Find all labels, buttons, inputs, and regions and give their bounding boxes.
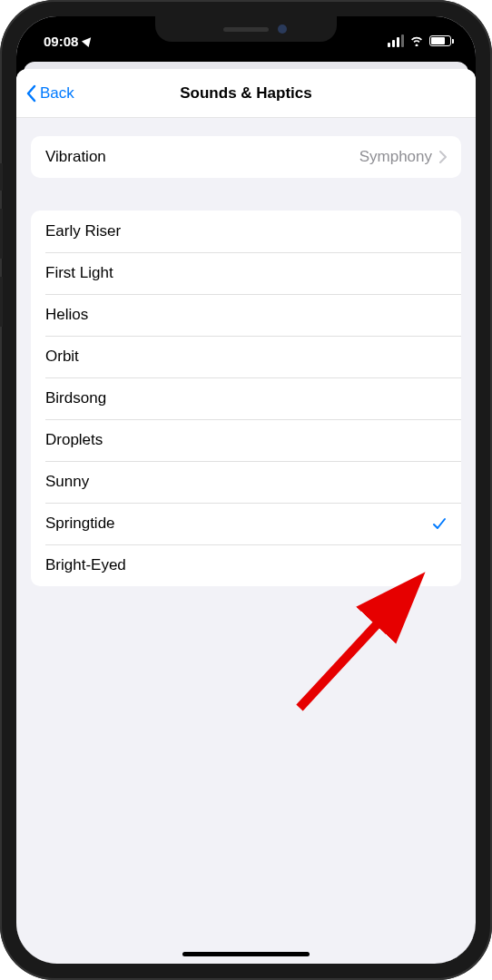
volume-down bbox=[0, 277, 3, 327]
battery-icon bbox=[429, 35, 454, 46]
row-right bbox=[432, 516, 447, 531]
row-label: First Light bbox=[45, 264, 113, 282]
status-right bbox=[388, 34, 454, 49]
back-label: Back bbox=[40, 84, 74, 103]
sound-row[interactable]: Bright-Eyed bbox=[31, 544, 461, 586]
sound-row[interactable]: Sunny bbox=[31, 461, 461, 503]
notch bbox=[155, 16, 337, 42]
chevron-left-icon bbox=[25, 84, 36, 103]
row-label: Helios bbox=[45, 306, 88, 324]
row-label: Springtide bbox=[45, 514, 115, 533]
speaker bbox=[223, 27, 269, 32]
location-icon bbox=[82, 34, 94, 47]
back-button[interactable]: Back bbox=[25, 84, 74, 103]
front-camera bbox=[278, 24, 287, 34]
scroll-content[interactable]: Vibration Symphony Early RiserFirst Ligh… bbox=[16, 118, 476, 604]
row-label: Bright-Eyed bbox=[45, 556, 126, 574]
vibration-row[interactable]: Vibration Symphony bbox=[31, 136, 461, 178]
row-label: Sunny bbox=[45, 473, 89, 491]
sound-row[interactable]: Droplets bbox=[31, 419, 461, 461]
row-label: Droplets bbox=[45, 431, 103, 449]
checkmark-icon bbox=[432, 516, 447, 531]
sound-row[interactable]: Early Riser bbox=[31, 211, 461, 252]
clock: 09:08 bbox=[44, 34, 78, 49]
sound-row[interactable]: Springtide bbox=[31, 503, 461, 544]
row-label: Orbit bbox=[45, 348, 79, 366]
side-buttons bbox=[0, 163, 3, 345]
home-indicator[interactable] bbox=[182, 952, 310, 956]
row-right: Symphony bbox=[359, 148, 447, 166]
sounds-group: Early RiserFirst LightHeliosOrbitBirdson… bbox=[31, 211, 461, 586]
sound-row[interactable]: Orbit bbox=[31, 336, 461, 377]
content-area: Back Sounds & Haptics Vibration Symphony bbox=[16, 56, 476, 964]
navigation-bar: Back Sounds & Haptics bbox=[16, 69, 476, 118]
row-label: Birdsong bbox=[45, 389, 106, 407]
chevron-right-icon bbox=[439, 151, 447, 163]
sheet: Back Sounds & Haptics Vibration Symphony bbox=[16, 69, 476, 964]
mute-switch bbox=[0, 163, 3, 191]
row-label: Vibration bbox=[45, 148, 106, 166]
wifi-icon bbox=[409, 34, 424, 49]
screen: 09:08 bbox=[16, 16, 476, 964]
row-value: Symphony bbox=[359, 148, 432, 166]
row-label: Early Riser bbox=[45, 222, 121, 240]
sound-row[interactable]: First Light bbox=[31, 252, 461, 294]
status-left: 09:08 bbox=[44, 34, 93, 49]
cellular-signal-icon bbox=[388, 34, 404, 47]
page-title: Sounds & Haptics bbox=[180, 84, 311, 103]
volume-up bbox=[0, 209, 3, 259]
sound-row[interactable]: Helios bbox=[31, 294, 461, 336]
sound-row[interactable]: Birdsong bbox=[31, 377, 461, 419]
vibration-group: Vibration Symphony bbox=[31, 136, 461, 178]
phone-frame: 09:08 bbox=[0, 0, 492, 980]
